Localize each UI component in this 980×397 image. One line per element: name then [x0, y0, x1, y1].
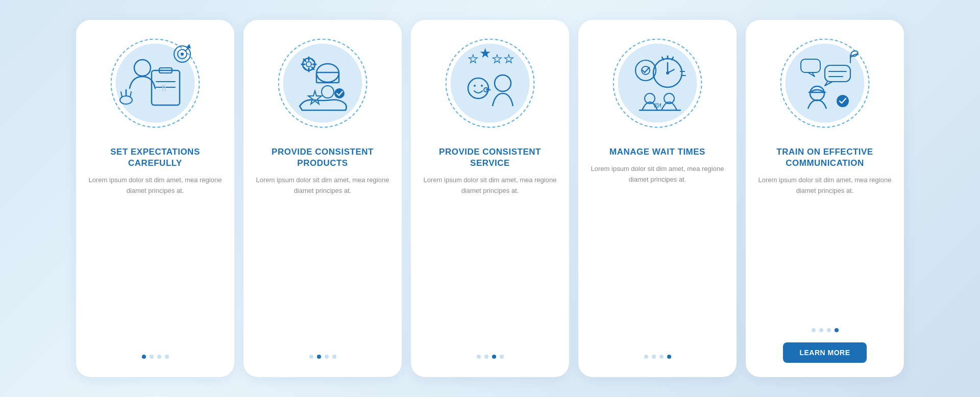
svg-line-14 — [130, 92, 131, 97]
dot-4 — [332, 355, 336, 359]
card-4-illustration: 🍽 — [606, 32, 708, 134]
card-4-title: MANAGE WAIT TIMES — [609, 146, 705, 158]
learn-more-button[interactable]: LEARN MORE — [783, 342, 866, 363]
svg-rect-16 — [316, 72, 339, 83]
svg-point-0 — [134, 60, 151, 76]
card-consistent-service: ★ ★ ★ ★ PROVIDE CONSISTENT SERVICE Lorem… — [411, 20, 569, 377]
card-2-dots — [309, 355, 336, 359]
svg-text:🍽: 🍽 — [654, 101, 661, 109]
dot-1 — [644, 355, 648, 359]
svg-line-13 — [121, 92, 122, 97]
timer-dining-icon: 🍽 — [609, 35, 706, 132]
dot-2 — [150, 355, 154, 359]
svg-point-29 — [334, 88, 345, 98]
svg-point-36 — [474, 85, 476, 87]
card-2-title: PROVIDE CONSISTENT PRODUCTS — [255, 146, 390, 169]
dot-4 — [165, 355, 169, 359]
card-3-illustration: ★ ★ ★ ★ — [439, 32, 541, 134]
dot-1 — [477, 355, 481, 359]
dot-4 — [667, 355, 671, 359]
svg-text:★: ★ — [468, 53, 478, 65]
dot-1 — [309, 355, 313, 359]
card-5-title: TRAIN ON EFFECTIVE COMMUNICATION — [757, 146, 893, 169]
card-1-dots — [142, 355, 169, 359]
communication-icon — [776, 35, 873, 132]
card-3-title: PROVIDE CONSISTENT SERVICE — [422, 146, 558, 169]
dot-3 — [492, 355, 496, 359]
card-3-text: Lorem ipsum dolor sit dim amet, mea regi… — [422, 175, 558, 196]
dot-2 — [652, 355, 656, 359]
chef-star-icon — [274, 35, 371, 132]
card-2-text: Lorem ipsum dolor sit dim amet, mea regi… — [255, 175, 390, 196]
cards-container: 🍴 SET EXPECTATIONS CAREFULLY Lorem ipsum… — [56, 5, 924, 392]
svg-text:★: ★ — [479, 45, 491, 61]
card-1-text: Lorem ipsum dolor sit dim amet, mea regi… — [87, 175, 223, 196]
dot-2 — [819, 328, 823, 332]
card-set-expectations: 🍴 SET EXPECTATIONS CAREFULLY Lorem ipsum… — [76, 20, 234, 377]
dot-3 — [157, 355, 161, 359]
card-5-dots — [812, 328, 839, 332]
dot-3 — [659, 355, 664, 359]
svg-text:🍴: 🍴 — [160, 84, 168, 91]
svg-point-8 — [181, 53, 184, 56]
dot-1 — [812, 328, 816, 332]
card-communication: TRAIN ON EFFECTIVE COMMUNICATION Lorem i… — [746, 20, 904, 377]
svg-text:★: ★ — [504, 53, 514, 65]
svg-point-17 — [322, 86, 334, 98]
svg-point-55 — [810, 86, 824, 101]
clipboard-person-icon: 🍴 — [107, 35, 204, 132]
svg-marker-28 — [308, 91, 322, 104]
dot-3 — [827, 328, 831, 332]
svg-point-62 — [850, 50, 859, 57]
card-3-dots — [477, 355, 504, 359]
svg-line-27 — [304, 67, 306, 69]
dot-1 — [142, 355, 146, 359]
card-5-text: Lorem ipsum dolor sit dim amet, mea regi… — [757, 175, 893, 196]
card-1-illustration: 🍴 — [104, 32, 206, 134]
svg-line-43 — [668, 69, 674, 73]
happy-waiter-icon: ★ ★ ★ ★ — [442, 35, 538, 132]
card-5-illustration — [774, 32, 876, 134]
dot-4 — [500, 355, 504, 359]
card-1-title: SET EXPECTATIONS CAREFULLY — [87, 146, 223, 169]
svg-line-26 — [312, 59, 314, 61]
svg-rect-60 — [801, 59, 820, 72]
card-4-dots — [644, 355, 671, 359]
card-4-text: Lorem ipsum dolor sit dim amet, mea regi… — [590, 164, 725, 185]
svg-rect-57 — [825, 65, 850, 82]
dot-2 — [484, 355, 488, 359]
svg-point-34 — [495, 75, 511, 91]
svg-point-19 — [306, 62, 311, 67]
card-2-illustration — [272, 32, 374, 134]
dot-2 — [317, 355, 321, 359]
card-manage-wait-times: 🍽 MANAGE WAIT TIMES Lorem ipsum dolor si… — [578, 20, 737, 377]
svg-point-49 — [635, 60, 656, 81]
svg-point-63 — [837, 95, 849, 107]
dot-4 — [835, 328, 839, 332]
svg-point-37 — [481, 85, 483, 87]
dot-3 — [325, 355, 329, 359]
svg-text:★: ★ — [492, 53, 502, 65]
card-consistent-products: PROVIDE CONSISTENT PRODUCTS Lorem ipsum … — [243, 20, 402, 377]
